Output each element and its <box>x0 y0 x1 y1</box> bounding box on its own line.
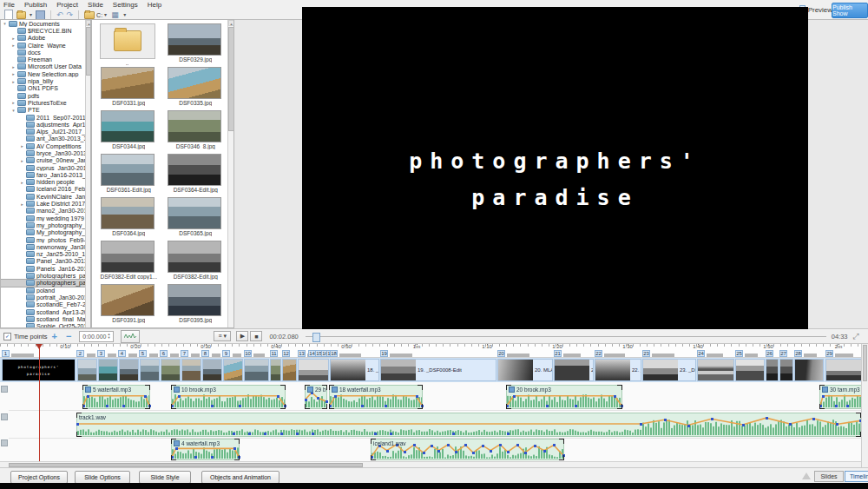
keyframe-point[interactable] <box>404 451 406 453</box>
tree-item[interactable]: scotlandE_Feb7-2014_15-09- <box>1 301 90 308</box>
playhead-marker[interactable] <box>36 344 43 349</box>
keyframe-point[interactable] <box>312 433 314 435</box>
keyframe-point[interactable] <box>859 420 861 422</box>
tree-item[interactable]: ▸cruise_00new_Jan30-2013_1 <box>1 157 90 164</box>
keyframe-point[interactable] <box>280 433 283 435</box>
timeline-slide[interactable] <box>825 359 861 381</box>
file-thumbnail-cell[interactable]: _DSF0335.jpg <box>161 65 227 109</box>
file-thumbnail-cell[interactable]: _DSF0344.jpg <box>94 109 161 152</box>
slide-number-marker[interactable]: 25 <box>735 350 743 357</box>
keyframe-point[interactable] <box>836 423 838 426</box>
audio-clip[interactable]: 5 waterfall.mp3 <box>82 385 150 409</box>
keyframe-point[interactable] <box>361 405 364 407</box>
slide-number-marker[interactable]: 9 <box>222 350 230 357</box>
audio-clip[interactable]: 20 brook.mp3 <box>506 385 622 409</box>
slide-number-marker[interactable]: 18 <box>330 350 338 357</box>
tree-item[interactable]: ▸Lake District 2017 V1.2_Jan3 <box>1 200 90 207</box>
slide-number-marker[interactable]: 7 <box>181 350 188 357</box>
file-thumbnail-cell[interactable]: _DSF0331.jpg <box>94 65 161 109</box>
view-tab-timeline[interactable]: Timeline <box>845 471 868 482</box>
tree-expander-icon[interactable]: ▾ <box>11 108 16 113</box>
view-mode-caret-icon[interactable]: ▾ <box>123 12 126 17</box>
track-header-icon[interactable] <box>1 386 8 393</box>
keyframe-point[interactable] <box>175 447 178 450</box>
play-button[interactable]: ▶ <box>236 331 248 341</box>
time-point-spinbox[interactable]: 0:00.000 ▲▼ <box>79 331 114 342</box>
new-project-icon[interactable] <box>3 10 13 19</box>
footer-button-objects-and-animation[interactable]: Objects and Animation <box>201 471 279 484</box>
keyframe-point[interactable] <box>464 444 467 446</box>
menu-item-file[interactable]: File <box>3 1 15 9</box>
keyframe-point[interactable] <box>305 399 307 401</box>
tree-item[interactable]: ▾PTE <box>1 107 90 114</box>
keyframe-point[interactable] <box>575 405 577 407</box>
keyframe-point[interactable] <box>385 405 387 407</box>
tree-item[interactable]: ▸PicturesToExe <box>1 99 90 106</box>
files-scrollbar[interactable]: ▲ <box>227 20 234 327</box>
slide-number-marker[interactable]: 22 <box>595 350 602 357</box>
menu-item-project[interactable]: Project <box>56 1 78 9</box>
tree-expander-icon[interactable]: ▸ <box>11 100 16 105</box>
slide-number-marker[interactable]: 21 <box>554 350 562 357</box>
file-thumbnail-cell[interactable]: _DSF0346_8.jpg <box>161 109 227 152</box>
keyframe-point[interactable] <box>507 433 510 435</box>
keyframe-point[interactable] <box>846 405 849 407</box>
file-thumbnail-cell[interactable]: _DSF0365.jpg <box>161 195 227 239</box>
timeline-slide[interactable]: 18. _DSF <box>330 359 379 381</box>
keyframe-point[interactable] <box>248 433 251 435</box>
keyframe-point[interactable] <box>472 452 475 454</box>
keyframe-point[interactable] <box>437 450 440 453</box>
photo-thumbnail[interactable] <box>168 23 221 56</box>
tree-item[interactable]: ▸nipa_billy <box>1 77 90 84</box>
tree-item[interactable]: KevinNClaire_Jan30-2013_1- <box>1 193 90 200</box>
timeline-slide[interactable] <box>779 359 793 381</box>
tree-item[interactable]: nz_Jan25-2010_16-38-01 <box>1 251 90 258</box>
keyframe-point[interactable] <box>687 425 690 427</box>
keyframe-point[interactable] <box>534 445 536 447</box>
slide-number-marker[interactable]: 2 <box>76 350 84 357</box>
timeline-slide[interactable] <box>270 359 281 381</box>
timeline-slide[interactable]: 2 <box>554 359 594 381</box>
tree-item[interactable]: Freeman <box>1 56 90 63</box>
audio-clip[interactable]: track1.wav <box>76 413 861 437</box>
file-thumbnail-cell[interactable]: _DSF0329.jpg <box>161 22 227 65</box>
tree-expander-icon[interactable]: ▸ <box>20 143 24 149</box>
keyframe-point[interactable] <box>524 452 527 454</box>
timeline-slide[interactable] <box>77 359 97 381</box>
photo-thumbnail[interactable] <box>168 110 221 142</box>
file-thumbnail-cell[interactable]: _DSF0395.jpg <box>161 282 227 326</box>
tree-item[interactable]: ant_Jan30-2013_3-40-57 <box>1 135 90 142</box>
keyframe-point[interactable] <box>499 444 502 446</box>
tree-item[interactable]: $RECYCLE.BIN <box>1 27 90 34</box>
keyframe-point[interactable] <box>87 395 89 398</box>
tree-item[interactable]: mano2_Jan30-2013_1-44-31 <box>1 208 90 215</box>
file-thumbnail-cell[interactable]: _DSF0391.jpg <box>94 282 161 326</box>
audio-clip[interactable]: 30 tarn.mp3 <box>819 385 861 409</box>
tree-item[interactable]: ▸Claire_Wayne <box>1 42 90 49</box>
keyframe-point[interactable] <box>413 444 416 446</box>
add-time-point-icon[interactable]: + <box>52 332 57 340</box>
tree-expander-icon[interactable]: ▸ <box>11 36 16 41</box>
tree-expander-icon[interactable]: ▸ <box>11 43 16 48</box>
drive-selector[interactable]: C: ▾ <box>84 11 107 19</box>
slide-number-marker[interactable]: 1 <box>2 350 10 357</box>
tree-item[interactable]: photographers_paradise_Mar <box>1 280 90 287</box>
keyframe-point[interactable] <box>144 395 147 398</box>
slide-number-marker[interactable]: 26 <box>766 350 773 357</box>
tree-item[interactable]: my_photography_Feb7-2014 <box>1 221 90 228</box>
tree-item[interactable]: ▸hidden people <box>1 179 90 186</box>
tree-expander-icon[interactable]: ▸ <box>20 180 24 185</box>
track-header-icon[interactable] <box>1 439 8 446</box>
scroll-up-icon[interactable]: ▲ <box>228 20 234 26</box>
zoom-slider-thumb[interactable] <box>312 333 320 342</box>
keyframe-point[interactable] <box>664 419 667 421</box>
photo-thumbnail[interactable] <box>168 284 221 316</box>
timeline-slide[interactable]: 19. _DSF0008-Edit <box>380 359 496 381</box>
tree-item[interactable]: docs <box>1 49 90 56</box>
audio-clip[interactable]: iceland1.wav <box>371 439 564 460</box>
keyframe-point[interactable] <box>553 444 556 446</box>
tree-expander-icon[interactable]: ▸ <box>11 79 16 84</box>
keyframe-point[interactable] <box>233 433 235 435</box>
tree-item[interactable]: scotland_final_Mar24-2014_2 <box>1 315 90 322</box>
slide-number-marker[interactable]: 5 <box>139 350 147 357</box>
